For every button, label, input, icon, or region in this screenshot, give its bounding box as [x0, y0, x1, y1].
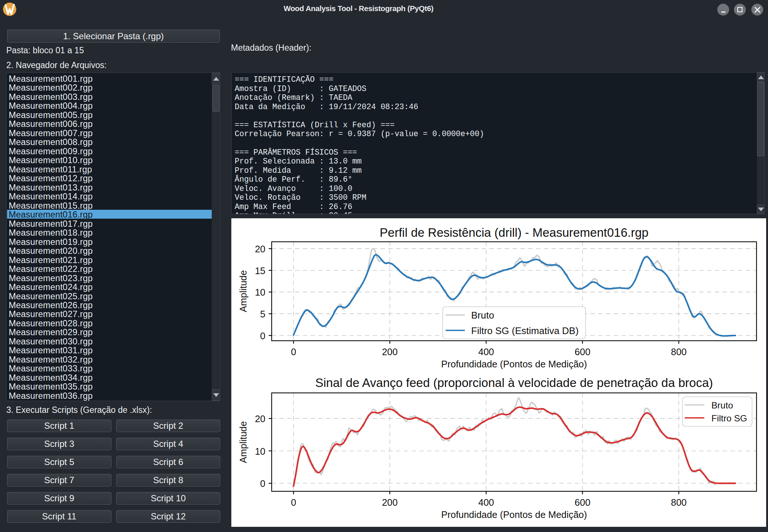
svg-text:400: 400 [478, 497, 494, 508]
svg-text:Bruto: Bruto [711, 400, 733, 410]
svg-text:200: 200 [382, 497, 398, 508]
svg-text:Amplitude: Amplitude [238, 421, 248, 463]
svg-text:Amplitude: Amplitude [238, 270, 248, 312]
svg-text:Filtro SG (Estimativa DB): Filtro SG (Estimativa DB) [471, 325, 578, 336]
svg-text:400: 400 [478, 347, 494, 357]
svg-text:15: 15 [255, 266, 265, 276]
svg-text:Filtro SG: Filtro SG [711, 413, 747, 423]
svg-text:5: 5 [260, 309, 265, 319]
svg-text:Sinal de Avanço feed (proporci: Sinal de Avanço feed (proporcional à vel… [315, 376, 713, 390]
svg-text:600: 600 [575, 497, 591, 508]
svg-text:20: 20 [255, 244, 265, 254]
svg-text:10: 10 [255, 287, 265, 297]
svg-text:800: 800 [671, 347, 687, 357]
svg-text:Bruto: Bruto [471, 310, 494, 321]
svg-text:0: 0 [260, 331, 265, 341]
svg-text:200: 200 [382, 347, 398, 357]
svg-text:Perfil de Resistência (drill): Perfil de Resistência (drill) - Measurem… [380, 226, 648, 239]
svg-text:20: 20 [255, 414, 265, 424]
svg-text:Profundidade (Pontos de Mediçã: Profundidade (Pontos de Medição) [441, 359, 587, 369]
svg-text:0: 0 [260, 478, 265, 489]
svg-text:600: 600 [575, 347, 591, 357]
svg-text:800: 800 [671, 497, 687, 508]
svg-text:0: 0 [291, 497, 296, 508]
svg-text:0: 0 [291, 347, 296, 357]
svg-text:10: 10 [255, 446, 265, 457]
svg-text:Profundidade (Pontos de Mediçã: Profundidade (Pontos de Medição) [441, 509, 587, 520]
